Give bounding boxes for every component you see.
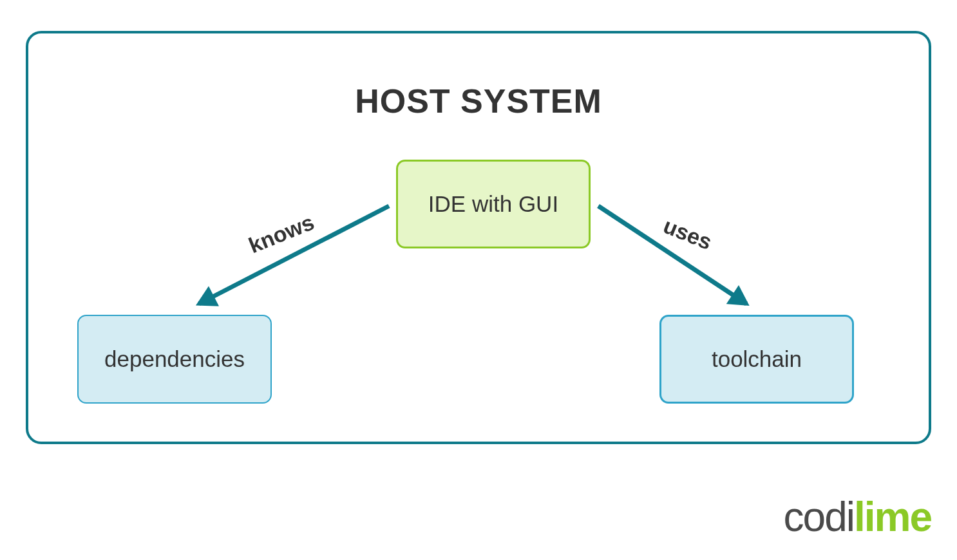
logo-part-lime: lime [854, 494, 931, 540]
codilime-logo: codilime [784, 493, 931, 541]
edge-label-knows: knows [245, 210, 318, 259]
node-toolchain: toolchain [659, 315, 854, 404]
edge-label-uses: uses [660, 213, 715, 255]
node-ide: IDE with GUI [396, 160, 591, 248]
node-toolchain-label: toolchain [712, 346, 802, 372]
host-system-container: HOST SYSTEM knows uses IDE with GUI depe… [26, 31, 931, 444]
diagram-title: HOST SYSTEM [355, 82, 602, 120]
node-dependencies-label: dependencies [104, 346, 245, 372]
node-ide-label: IDE with GUI [428, 191, 558, 217]
node-dependencies: dependencies [77, 315, 272, 404]
logo-part-codi: codi [784, 494, 854, 540]
